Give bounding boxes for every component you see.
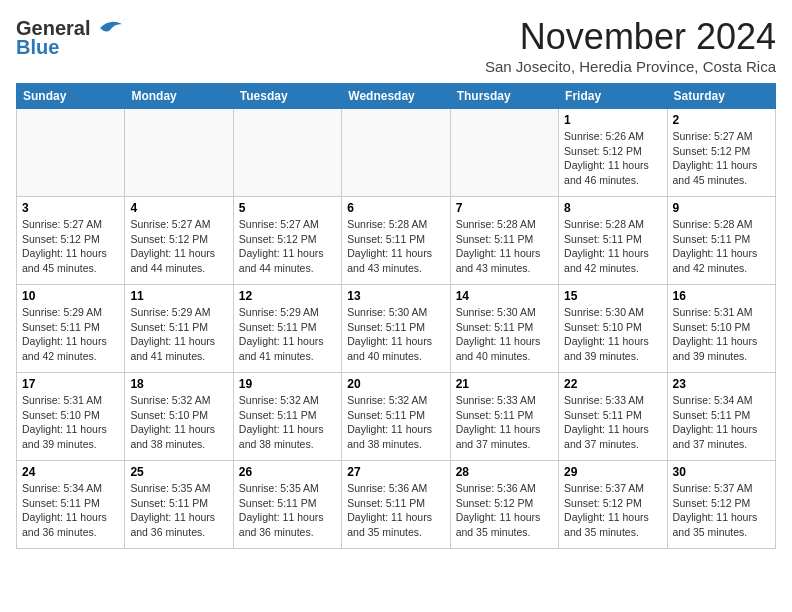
day-info: Sunrise: 5:30 AM Sunset: 5:11 PM Dayligh…	[347, 305, 444, 364]
weekday-header-sunday: Sunday	[17, 84, 125, 109]
page-header: General Blue November 2024 San Josecito,…	[16, 16, 776, 75]
day-info: Sunrise: 5:27 AM Sunset: 5:12 PM Dayligh…	[673, 129, 770, 188]
day-info: Sunrise: 5:27 AM Sunset: 5:12 PM Dayligh…	[22, 217, 119, 276]
day-number: 25	[130, 465, 227, 479]
day-number: 1	[564, 113, 661, 127]
weekday-header-wednesday: Wednesday	[342, 84, 450, 109]
day-number: 20	[347, 377, 444, 391]
location: San Josecito, Heredia Province, Costa Ri…	[485, 58, 776, 75]
day-cell: 11Sunrise: 5:29 AM Sunset: 5:11 PM Dayli…	[125, 285, 233, 373]
logo-bird-icon	[92, 16, 128, 40]
day-number: 18	[130, 377, 227, 391]
day-info: Sunrise: 5:32 AM Sunset: 5:11 PM Dayligh…	[347, 393, 444, 452]
month-title: November 2024	[485, 16, 776, 58]
day-cell: 9Sunrise: 5:28 AM Sunset: 5:11 PM Daylig…	[667, 197, 775, 285]
day-cell: 26Sunrise: 5:35 AM Sunset: 5:11 PM Dayli…	[233, 461, 341, 549]
day-info: Sunrise: 5:34 AM Sunset: 5:11 PM Dayligh…	[673, 393, 770, 452]
week-row-2: 3Sunrise: 5:27 AM Sunset: 5:12 PM Daylig…	[17, 197, 776, 285]
week-row-4: 17Sunrise: 5:31 AM Sunset: 5:10 PM Dayli…	[17, 373, 776, 461]
day-cell: 14Sunrise: 5:30 AM Sunset: 5:11 PM Dayli…	[450, 285, 558, 373]
weekday-header-saturday: Saturday	[667, 84, 775, 109]
day-number: 27	[347, 465, 444, 479]
day-cell: 8Sunrise: 5:28 AM Sunset: 5:11 PM Daylig…	[559, 197, 667, 285]
day-number: 30	[673, 465, 770, 479]
day-info: Sunrise: 5:33 AM Sunset: 5:11 PM Dayligh…	[456, 393, 553, 452]
day-cell	[17, 109, 125, 197]
day-cell: 27Sunrise: 5:36 AM Sunset: 5:11 PM Dayli…	[342, 461, 450, 549]
day-cell	[342, 109, 450, 197]
day-info: Sunrise: 5:34 AM Sunset: 5:11 PM Dayligh…	[22, 481, 119, 540]
day-cell	[125, 109, 233, 197]
day-info: Sunrise: 5:36 AM Sunset: 5:12 PM Dayligh…	[456, 481, 553, 540]
day-number: 10	[22, 289, 119, 303]
day-number: 28	[456, 465, 553, 479]
day-info: Sunrise: 5:27 AM Sunset: 5:12 PM Dayligh…	[130, 217, 227, 276]
day-number: 26	[239, 465, 336, 479]
day-cell: 29Sunrise: 5:37 AM Sunset: 5:12 PM Dayli…	[559, 461, 667, 549]
day-info: Sunrise: 5:28 AM Sunset: 5:11 PM Dayligh…	[456, 217, 553, 276]
day-number: 4	[130, 201, 227, 215]
day-number: 15	[564, 289, 661, 303]
day-number: 12	[239, 289, 336, 303]
day-number: 24	[22, 465, 119, 479]
title-section: November 2024 San Josecito, Heredia Prov…	[485, 16, 776, 75]
day-info: Sunrise: 5:28 AM Sunset: 5:11 PM Dayligh…	[564, 217, 661, 276]
day-info: Sunrise: 5:31 AM Sunset: 5:10 PM Dayligh…	[22, 393, 119, 452]
day-info: Sunrise: 5:30 AM Sunset: 5:10 PM Dayligh…	[564, 305, 661, 364]
day-info: Sunrise: 5:28 AM Sunset: 5:11 PM Dayligh…	[673, 217, 770, 276]
day-number: 8	[564, 201, 661, 215]
day-cell: 24Sunrise: 5:34 AM Sunset: 5:11 PM Dayli…	[17, 461, 125, 549]
weekday-header-thursday: Thursday	[450, 84, 558, 109]
day-info: Sunrise: 5:35 AM Sunset: 5:11 PM Dayligh…	[130, 481, 227, 540]
day-cell: 21Sunrise: 5:33 AM Sunset: 5:11 PM Dayli…	[450, 373, 558, 461]
calendar-table: SundayMondayTuesdayWednesdayThursdayFrid…	[16, 83, 776, 549]
day-info: Sunrise: 5:28 AM Sunset: 5:11 PM Dayligh…	[347, 217, 444, 276]
day-cell: 28Sunrise: 5:36 AM Sunset: 5:12 PM Dayli…	[450, 461, 558, 549]
day-number: 7	[456, 201, 553, 215]
day-info: Sunrise: 5:29 AM Sunset: 5:11 PM Dayligh…	[130, 305, 227, 364]
day-cell	[233, 109, 341, 197]
day-cell: 4Sunrise: 5:27 AM Sunset: 5:12 PM Daylig…	[125, 197, 233, 285]
calendar-header-row: SundayMondayTuesdayWednesdayThursdayFrid…	[17, 84, 776, 109]
day-cell: 16Sunrise: 5:31 AM Sunset: 5:10 PM Dayli…	[667, 285, 775, 373]
day-cell: 10Sunrise: 5:29 AM Sunset: 5:11 PM Dayli…	[17, 285, 125, 373]
day-info: Sunrise: 5:35 AM Sunset: 5:11 PM Dayligh…	[239, 481, 336, 540]
weekday-header-friday: Friday	[559, 84, 667, 109]
day-info: Sunrise: 5:32 AM Sunset: 5:10 PM Dayligh…	[130, 393, 227, 452]
day-number: 5	[239, 201, 336, 215]
day-number: 6	[347, 201, 444, 215]
day-info: Sunrise: 5:31 AM Sunset: 5:10 PM Dayligh…	[673, 305, 770, 364]
day-cell: 17Sunrise: 5:31 AM Sunset: 5:10 PM Dayli…	[17, 373, 125, 461]
day-info: Sunrise: 5:37 AM Sunset: 5:12 PM Dayligh…	[673, 481, 770, 540]
day-number: 2	[673, 113, 770, 127]
day-cell: 15Sunrise: 5:30 AM Sunset: 5:10 PM Dayli…	[559, 285, 667, 373]
weekday-header-monday: Monday	[125, 84, 233, 109]
day-number: 11	[130, 289, 227, 303]
weekday-header-tuesday: Tuesday	[233, 84, 341, 109]
day-cell: 18Sunrise: 5:32 AM Sunset: 5:10 PM Dayli…	[125, 373, 233, 461]
day-number: 3	[22, 201, 119, 215]
day-info: Sunrise: 5:29 AM Sunset: 5:11 PM Dayligh…	[22, 305, 119, 364]
day-cell: 6Sunrise: 5:28 AM Sunset: 5:11 PM Daylig…	[342, 197, 450, 285]
logo: General Blue	[16, 16, 128, 59]
logo-blue: Blue	[16, 36, 59, 59]
day-info: Sunrise: 5:37 AM Sunset: 5:12 PM Dayligh…	[564, 481, 661, 540]
day-info: Sunrise: 5:27 AM Sunset: 5:12 PM Dayligh…	[239, 217, 336, 276]
day-cell: 20Sunrise: 5:32 AM Sunset: 5:11 PM Dayli…	[342, 373, 450, 461]
day-cell: 5Sunrise: 5:27 AM Sunset: 5:12 PM Daylig…	[233, 197, 341, 285]
day-number: 29	[564, 465, 661, 479]
day-cell: 2Sunrise: 5:27 AM Sunset: 5:12 PM Daylig…	[667, 109, 775, 197]
day-number: 16	[673, 289, 770, 303]
day-info: Sunrise: 5:29 AM Sunset: 5:11 PM Dayligh…	[239, 305, 336, 364]
day-cell: 19Sunrise: 5:32 AM Sunset: 5:11 PM Dayli…	[233, 373, 341, 461]
day-cell: 30Sunrise: 5:37 AM Sunset: 5:12 PM Dayli…	[667, 461, 775, 549]
day-info: Sunrise: 5:32 AM Sunset: 5:11 PM Dayligh…	[239, 393, 336, 452]
day-number: 22	[564, 377, 661, 391]
day-cell: 13Sunrise: 5:30 AM Sunset: 5:11 PM Dayli…	[342, 285, 450, 373]
day-number: 23	[673, 377, 770, 391]
day-number: 9	[673, 201, 770, 215]
day-number: 21	[456, 377, 553, 391]
day-cell: 25Sunrise: 5:35 AM Sunset: 5:11 PM Dayli…	[125, 461, 233, 549]
day-info: Sunrise: 5:36 AM Sunset: 5:11 PM Dayligh…	[347, 481, 444, 540]
day-number: 17	[22, 377, 119, 391]
